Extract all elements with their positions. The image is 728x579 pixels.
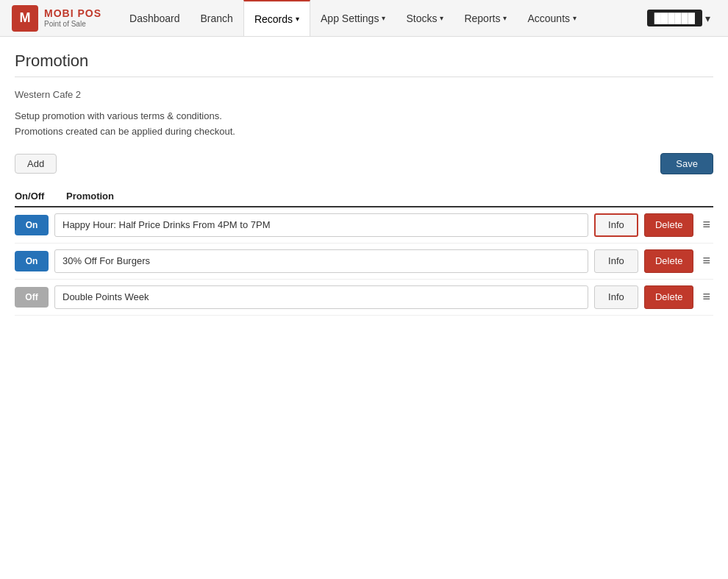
logo-icon: M: [12, 5, 38, 32]
navbar: M MOBI POS Point of Sale Dashboard Branc…: [0, 0, 728, 37]
user-arrow: ▾: [705, 13, 710, 24]
page-description: Setup promotion with various terms & con…: [15, 109, 713, 140]
promo-input-2[interactable]: [54, 249, 588, 273]
logo-area: M MOBI POS Point of Sale: [12, 5, 101, 32]
info-button-1[interactable]: Info: [594, 213, 638, 237]
toolbar: Add Save: [15, 153, 713, 174]
records-arrow: ▾: [296, 15, 299, 23]
stocks-arrow: ▾: [440, 14, 443, 22]
col-toggle-header: On/Off: [15, 191, 66, 202]
add-button[interactable]: Add: [15, 154, 57, 174]
appsettings-arrow: ▾: [382, 14, 385, 22]
promo-row-1: On Info Delete ≡: [15, 207, 713, 244]
branch-name: Western Cafe 2: [15, 89, 713, 100]
promo-input-1[interactable]: [54, 213, 588, 237]
col-promo-header: Promotion: [66, 191, 713, 202]
nav-items: Dashboard Branch Records ▾ App Settings …: [119, 0, 641, 36]
toggle-button-1[interactable]: On: [15, 215, 49, 235]
user-label: ██████: [647, 10, 702, 26]
toggle-button-2[interactable]: On: [15, 251, 49, 271]
brand-title: MOBI POS: [44, 7, 101, 20]
drag-handle-2[interactable]: ≡: [699, 253, 713, 269]
accounts-arrow: ▾: [573, 14, 577, 22]
drag-handle-3[interactable]: ≡: [699, 289, 713, 305]
promo-row-3: Off Info Delete ≡: [15, 280, 713, 316]
save-button[interactable]: Save: [660, 153, 713, 174]
delete-button-3[interactable]: Delete: [644, 285, 694, 309]
nav-reports[interactable]: Reports ▾: [454, 0, 517, 36]
brand-subtitle: Point of Sale: [44, 20, 101, 29]
nav-appsettings[interactable]: App Settings ▾: [310, 0, 396, 36]
promotions-list: On Info Delete ≡ On Info Delete ≡ Off In…: [15, 207, 713, 316]
nav-user[interactable]: ██████ ▾: [641, 10, 716, 26]
toggle-button-3[interactable]: Off: [15, 287, 49, 308]
info-button-2[interactable]: Info: [594, 249, 638, 273]
info-button-3[interactable]: Info: [594, 285, 638, 309]
nav-accounts[interactable]: Accounts ▾: [517, 0, 587, 36]
promo-row-2: On Info Delete ≡: [15, 244, 713, 280]
nav-stocks[interactable]: Stocks ▾: [396, 0, 454, 36]
table-header: On/Off Promotion: [15, 186, 713, 207]
nav-dashboard[interactable]: Dashboard: [119, 0, 190, 36]
nav-records[interactable]: Records ▾: [243, 0, 310, 36]
promo-input-3[interactable]: [54, 285, 588, 309]
drag-handle-1[interactable]: ≡: [699, 217, 713, 232]
nav-branch[interactable]: Branch: [190, 0, 243, 36]
page-content: Promotion Western Cafe 2 Setup promotion…: [0, 37, 728, 330]
reports-arrow: ▾: [503, 14, 507, 22]
delete-button-2[interactable]: Delete: [644, 249, 694, 273]
page-title: Promotion: [15, 51, 713, 71]
delete-button-1[interactable]: Delete: [644, 213, 694, 237]
